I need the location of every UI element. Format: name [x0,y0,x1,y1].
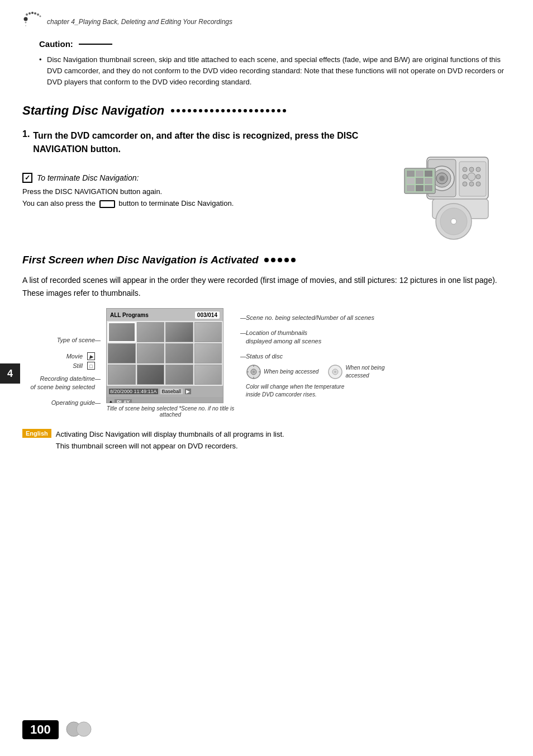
step1-text: 1. Turn the DVD camcorder on, and after … [22,129,393,221]
camcorder-illustration [393,129,511,243]
caution-title: Caution: [39,39,73,49]
thumbnail-grid [107,321,223,386]
location-label: Location of thumbnailsdisplayed among al… [240,329,511,346]
svg-rect-30 [425,171,432,177]
svg-point-20 [468,173,475,181]
dot [238,109,241,112]
thumbnail-cell [194,365,222,385]
screen-bottom-bar: 8/20/2000 11:49:11A Baseball ▶ [107,386,223,397]
screen-top-bar: ALL Programs 003/014 [107,309,223,321]
svg-rect-35 [416,185,423,191]
thumbnail-cell [165,322,193,342]
svg-point-4 [37,13,39,16]
dot [277,109,280,112]
thumbnail-cell [165,365,193,385]
section2-header: First Screen when Disc Navigation is Act… [22,254,511,266]
english-note-text: Activating Disc Navigation will display … [56,429,284,452]
svg-point-5 [40,16,41,17]
dot [171,109,174,112]
disc-not-accessed-group: When not beingaccessed [327,364,384,380]
dot [284,258,289,262]
thumbnail-cell [194,343,222,363]
camcorder-svg [393,129,505,241]
svg-point-6 [24,17,28,21]
screen-top-left-text: ALL Programs [110,312,149,318]
dot [249,109,253,112]
movie-still-labels: Movie ▶ Still □ [22,352,101,370]
thumbnail-cell [137,365,165,385]
svg-point-3 [34,12,36,15]
svg-rect-31 [407,178,415,184]
section1-title: Starting Disc Navigation [22,103,164,118]
dot [283,109,286,112]
caution-item: Disc Navigation thumbnail screen, skip a… [39,54,511,88]
operating-guide-label: Operating guide [22,399,101,407]
dot [232,109,236,112]
footer-circles-svg [65,721,93,738]
checkbox-icon: ✓ [22,173,32,183]
screen-date-text: 8/20/2000 11:49:11A [109,389,158,394]
breadcrumb-text: chapter 4_Playing Back, Deleting and Edi… [47,18,232,26]
screen-title-text: Baseball [160,389,183,394]
svg-point-51 [77,722,91,736]
page: chapter 4_Playing Back, Deleting and Edi… [0,0,533,756]
svg-rect-34 [407,185,415,191]
thumbnail-cell [108,365,136,385]
svg-rect-28 [407,171,415,177]
step1-number: 1. [22,129,30,139]
disc-status-row: When being accessed When not beingaccess… [246,364,511,380]
dot [272,109,275,112]
thumbnail-cell [108,322,136,342]
terminate-header: ✓ To terminate Disc Navigation: [22,173,382,183]
scene-no-label: Scene no. being selected/Number of all s… [240,314,511,322]
dot [266,109,269,112]
stop-button-icon [99,200,115,208]
english-note-row: English Activating Disc Navigation will … [22,429,511,452]
thumbnail-cell [137,343,165,363]
dot [193,109,197,112]
dot [255,109,258,112]
chapter-dots-icon [22,11,45,29]
caution-line [79,44,112,45]
svg-point-49 [334,371,336,373]
svg-point-18 [476,167,480,172]
caution-header: Caution: [39,39,511,49]
svg-point-14 [439,176,445,181]
right-annotations: Scene no. being selected/Number of all s… [240,308,511,405]
breadcrumb-area: chapter 4_Playing Back, Deleting and Edi… [22,11,511,29]
recording-date-label: Recording date/timeof scene being select… [22,375,101,391]
screen-play-bar: ✦ PLAY [107,397,223,403]
svg-point-2 [31,12,34,14]
terminate-note: ✓ To terminate Disc Navigation: Press th… [22,173,382,210]
dot [216,109,219,112]
section2-title: First Screen when Disc Navigation is Act… [22,254,259,266]
color-note: Color will change when the temperaturein… [246,383,511,399]
terminate-body2: You can also press the [22,199,96,207]
section1-header: Starting Disc Navigation [22,103,511,118]
svg-rect-29 [416,171,423,177]
disc-nav-desc1: A list of recorded scenes will appear in… [22,274,511,299]
terminate-body: Press the DISC NAVIGATION button again. … [22,186,382,210]
dot [278,258,282,262]
dot [291,258,296,262]
svg-rect-33 [425,178,432,184]
disc-not-accessed-icon [327,364,343,380]
dot [188,109,191,112]
nav-arrow-icon: ✦ [109,400,113,404]
svg-point-23 [469,182,474,186]
thumbnail-cell [165,343,193,363]
svg-point-19 [463,174,467,179]
left-annotations: Type of scene Movie ▶ Still □ Recording … [22,308,101,415]
footer: 100 [22,720,93,739]
terminate-body2-end: button to terminate Disc Navigation. [118,199,234,207]
svg-rect-32 [416,178,423,184]
thumbnail-cell [137,322,165,342]
type-of-scene-label: Type of scene [22,336,101,344]
screen-nav-icon: ▶ [185,389,191,394]
disc-accessed-icon [246,364,261,380]
svg-point-16 [463,167,467,172]
step1-content: Turn the DVD camcorder on, and after the… [33,129,382,156]
chapter-label: 4 [0,363,20,384]
svg-point-17 [469,167,474,172]
dot [177,109,180,112]
